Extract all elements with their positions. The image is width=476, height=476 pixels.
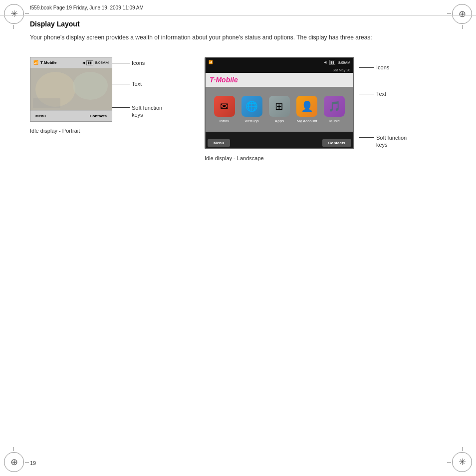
app-icon-web2go: 🌐 web2go (241, 96, 262, 123)
inbox-icon: ✉ (214, 96, 235, 117)
app-icon-myaccount: 👤 My Account (296, 96, 317, 123)
landscape-tmobile-bar: T·Mobile (206, 73, 353, 87)
myaccount-label: My Account (296, 119, 317, 123)
portrait-text-annotation: Text (112, 81, 142, 87)
landscape-icons-line (359, 67, 374, 68)
portrait-phone-footer: Menu Contacts (30, 110, 112, 121)
top-bar: t559.book Page 19 Friday, June 19, 2009 … (0, 0, 476, 16)
diagrams-row: 📶 T-Mobile ◀ ▮▮ 8:08AM (30, 57, 446, 162)
landscape-icons-annotation: Icons (359, 64, 389, 70)
portrait-contacts-btn: Contacts (90, 114, 107, 118)
landscape-softkeys-label: Soft functionkeys (376, 134, 407, 149)
web2go-icon: 🌐 (241, 96, 262, 117)
portrait-annotations-container: Icons Text Soft functionkeys (112, 57, 177, 122)
corner-decoration-bl: ⊕ (4, 447, 29, 472)
svg-rect-3 (33, 98, 60, 108)
app-icon-inbox: ✉ Inbox (214, 96, 235, 123)
app-icon-apps: ⊞ Apps (269, 96, 290, 123)
music-label: Music (329, 119, 340, 123)
landscape-footer: Menu Contacts (206, 137, 353, 148)
svg-point-2 (73, 72, 108, 100)
landscape-contacts-btn: Contacts (322, 139, 351, 147)
landscape-icons-label: Icons (376, 64, 389, 70)
portrait-screen-body (30, 68, 112, 111)
portrait-icons-line (112, 63, 130, 63)
signal-icon: 📶 (209, 60, 213, 64)
portrait-phone-header: 📶 T-Mobile ◀ ▮▮ 8:08AM (30, 57, 112, 68)
portrait-carrier: T-Mobile (40, 60, 56, 65)
portrait-label-text: Idle display - Portrait (30, 128, 80, 134)
section-title: Display Layout (30, 20, 446, 28)
landscape-phone-ann-row: 📶 ◀ ▮▮ 8:09AM Sat May 20 T·M (205, 57, 424, 149)
landscape-date: Sat May 20 (333, 68, 350, 72)
portrait-menu-btn: Menu (35, 114, 46, 118)
landscape-date-bar: Sat May 20 (206, 67, 353, 73)
inbox-label: Inbox (220, 119, 230, 123)
web2go-label: web2go (245, 119, 259, 123)
section-description: Your phone's display screen provides a w… (30, 33, 446, 42)
landscape-text-line (359, 94, 374, 94)
portrait-icons-label: Icons (132, 60, 145, 66)
landscape-nav-icon: ◀ (324, 60, 326, 64)
landscape-text-annotation: Text (359, 91, 386, 97)
portrait-text-label: Text (132, 81, 142, 87)
app-icon-music: 🎵 Music (324, 96, 345, 123)
portrait-phone-and-annotations: 📶 T-Mobile ◀ ▮▮ 8:08AM (30, 57, 190, 122)
portrait-time: 8:08AM (95, 60, 109, 65)
landscape-battery-icon: ▮▮ (329, 60, 335, 65)
landscape-label-text: Idle display - Landscape (205, 155, 264, 161)
portrait-diagram-label: Idle display - Portrait (30, 126, 190, 135)
landscape-diagram: 📶 ◀ ▮▮ 8:09AM Sat May 20 T·M (205, 57, 424, 162)
portrait-text-line (112, 84, 130, 84)
portrait-icons-annotation: Icons (112, 60, 145, 66)
landscape-diagram-label-container: Idle display - Landscape (205, 153, 264, 162)
landscape-menu-btn: Menu (208, 139, 230, 147)
apps-icon: ⊞ (269, 96, 290, 117)
portrait-softkeys-line (112, 107, 130, 108)
top-bar-text: t559.book Page 19 Friday, June 19, 2009 … (30, 5, 144, 10)
portrait-softkeys-label: Soft functionkeys (132, 104, 162, 119)
landscape-softkeys-line (359, 137, 374, 138)
landscape-phone: 📶 ◀ ▮▮ 8:09AM Sat May 20 T·M (205, 57, 354, 149)
landscape-annotations-container: Icons Text Soft functionkeys (359, 57, 424, 149)
landscape-status-right: ◀ ▮▮ 8:09AM (324, 60, 350, 65)
landscape-status-bar: 📶 ◀ ▮▮ 8:09AM (206, 58, 353, 67)
main-content: Display Layout Your phone's display scre… (30, 20, 446, 446)
landscape-status-icons: 📶 (209, 60, 213, 64)
portrait-softkeys-annotation: Soft functionkeys (112, 104, 162, 119)
landscape-carrier-logo: T·Mobile (210, 76, 238, 84)
page-number: 19 (30, 460, 36, 466)
music-icon: 🎵 (324, 96, 345, 117)
landscape-text-label: Text (376, 91, 386, 97)
snowflake-icon-br: ✳ (459, 458, 466, 467)
apps-label: Apps (275, 119, 284, 123)
landscape-icons-row: ✉ Inbox 🌐 web2go ⊞ Apps 👤 (206, 87, 353, 132)
portrait-phone: 📶 T-Mobile ◀ ▮▮ 8:08AM (30, 57, 112, 122)
corner-decoration-br: ✳ (447, 447, 472, 472)
portrait-diagram: 📶 T-Mobile ◀ ▮▮ 8:08AM (30, 57, 190, 135)
landscape-softkeys-annotation: Soft functionkeys (359, 134, 407, 149)
myaccount-icon: 👤 (296, 96, 317, 117)
crosshair-icon-bl: ⊕ (10, 458, 18, 467)
landscape-time: 8:09AM (338, 61, 350, 64)
